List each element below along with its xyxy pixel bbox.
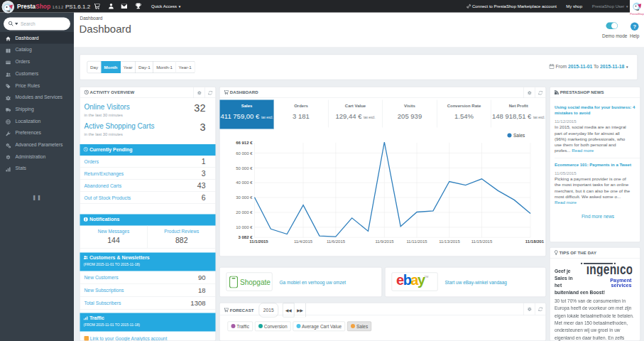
svg-text:10 000 €: 10 000 € (236, 225, 253, 229)
svg-text:11/4/2015: 11/4/2015 (294, 239, 313, 244)
svg-text:40 000 €: 40 000 € (236, 180, 253, 185)
svg-text:11/13/2015: 11/13/2015 (439, 239, 460, 244)
svg-text:66 912 €: 66 912 € (236, 141, 253, 145)
svg-text:11/15/2015: 11/15/2015 (471, 239, 493, 244)
svg-text:60 000 €: 60 000 € (236, 151, 253, 156)
svg-text:11/6/2015: 11/6/2015 (327, 239, 346, 244)
svg-text:11/11/2015: 11/11/2015 (406, 239, 427, 244)
svg-text:11/9/2015: 11/9/2015 (375, 239, 394, 244)
svg-text:Sales: Sales (513, 133, 525, 138)
svg-text:30 000 €: 30 000 € (236, 195, 253, 200)
svg-text:11/1/2015: 11/1/2015 (249, 239, 268, 244)
svg-text:50 000 €: 50 000 € (236, 166, 253, 170)
svg-text:20 000 €: 20 000 € (236, 210, 253, 215)
svg-text:11/18/201: 11/18/201 (525, 239, 545, 244)
